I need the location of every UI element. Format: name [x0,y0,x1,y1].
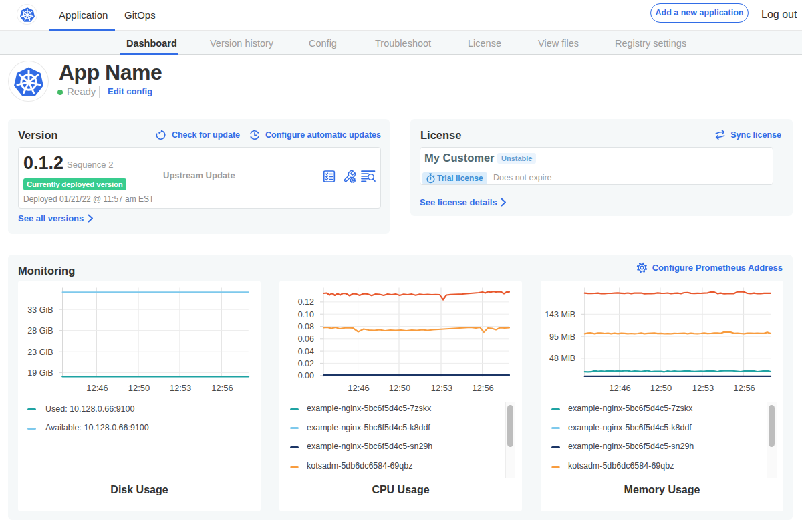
svg-text:12:46: 12:46 [609,383,631,393]
svg-text:23 GiB: 23 GiB [27,348,53,357]
svg-text:12:46: 12:46 [86,383,108,393]
svg-text:0.12: 0.12 [298,297,314,307]
svg-text:12:50: 12:50 [650,383,672,393]
svg-text:48 MiB: 48 MiB [549,354,575,363]
svg-text:33 GiB: 33 GiB [27,305,53,315]
svg-text:0.00: 0.00 [298,371,314,380]
svg-text:0.04: 0.04 [298,347,314,356]
svg-text:19 GiB: 19 GiB [27,368,53,378]
svg-text:12:53: 12:53 [170,383,192,393]
svg-text:0.10: 0.10 [298,310,314,319]
svg-text:95 MiB: 95 MiB [549,332,575,342]
svg-text:0.06: 0.06 [298,334,314,344]
svg-text:143 MiB: 143 MiB [545,310,575,319]
svg-text:12:56: 12:56 [733,383,755,393]
svg-text:12:56: 12:56 [472,383,494,393]
svg-text:0.02: 0.02 [298,359,314,368]
svg-text:28 GiB: 28 GiB [27,326,53,336]
svg-text:12:46: 12:46 [348,383,370,393]
svg-text:12:56: 12:56 [211,383,233,393]
svg-text:12:50: 12:50 [128,383,150,393]
svg-text:12:53: 12:53 [431,383,453,393]
svg-text:12:50: 12:50 [389,383,411,393]
svg-text:12:53: 12:53 [692,383,714,393]
svg-text:0.08: 0.08 [298,322,314,331]
